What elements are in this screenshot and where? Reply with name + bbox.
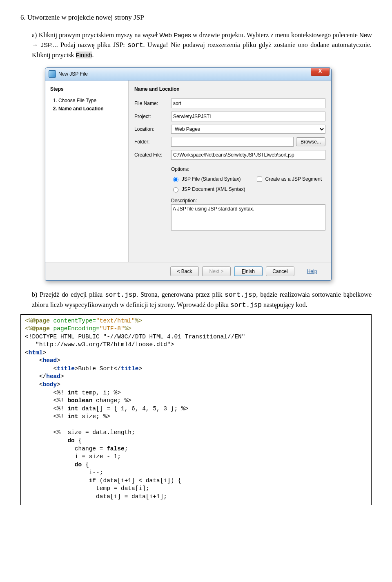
main-heading: Name and Location <box>134 85 325 93</box>
text: Kliknij prawym przyciskiem myszy na węze… <box>39 31 160 38</box>
dialog-titlebar: New JSP File X <box>45 68 331 81</box>
item-a-letter: a) <box>32 31 37 38</box>
item-b: b) Przejdź do edycji pliku sort.jsp. Str… <box>32 290 372 310</box>
main-pane: Name and Location File Name: Project: Lo… <box>129 81 331 262</box>
project-label: Project: <box>134 113 171 120</box>
created-file-input[interactable] <box>171 150 325 160</box>
options-label: Options: <box>171 166 325 173</box>
dialog-title: New JSP File <box>58 70 88 78</box>
project-input[interactable] <box>171 112 325 121</box>
section-heading: 6. Utworzenie w projekcie nowej strony J… <box>20 12 372 23</box>
back-button[interactable]: < Back <box>170 266 199 276</box>
cancel-button[interactable]: Cancel <box>266 266 294 276</box>
text: sort.jsp <box>230 302 262 309</box>
file-name-label: File Name: <box>134 100 171 107</box>
step-1: Choose File Type <box>58 97 124 104</box>
dialog-icon <box>49 70 56 78</box>
dialog-buttonbar: < Back Next > Finish Cancel Help <box>45 262 331 280</box>
location-select[interactable]: Web Pages <box>171 125 325 134</box>
close-button[interactable]: X <box>311 67 330 76</box>
checkbox-jsp-segment[interactable] <box>257 177 262 182</box>
description-label: Description: <box>171 197 325 204</box>
text: sort.jsp <box>225 291 256 299</box>
item-b-letter: b) <box>32 291 37 298</box>
text: . Strona, generowana przez plik <box>136 291 225 298</box>
text: . <box>92 51 94 58</box>
text: w drzewie projektu. Wybierz z menu konte… <box>191 31 359 38</box>
new-jsp-dialog: New JSP File X Steps Choose File Type Na… <box>45 67 332 281</box>
radio-jsp-standard-label: JSP File (Standard Syntax) <box>182 175 241 183</box>
text: następujący kod. <box>262 301 307 308</box>
text: sort <box>127 42 143 49</box>
radio-jsp-xml-label: JSP Document (XML Syntax) <box>182 186 245 193</box>
created-file-label: Created File: <box>134 151 171 159</box>
steps-heading: Steps <box>50 85 124 93</box>
description-textarea[interactable]: A JSP file using JSP standard syntax. <box>171 204 325 231</box>
radio-jsp-standard[interactable] <box>173 177 178 182</box>
file-name-input[interactable] <box>171 98 325 108</box>
next-button[interactable]: Next > <box>202 266 231 276</box>
text: sort.jsp <box>105 291 136 299</box>
radio-jsp-xml[interactable] <box>173 187 178 193</box>
step-2: Name and Location <box>58 105 124 112</box>
folder-input[interactable] <box>171 137 294 147</box>
text: Przejdź do edycji pliku <box>40 291 105 298</box>
checkbox-jsp-segment-label: Create as a JSP Segment <box>265 175 322 183</box>
finish-highlight: Finish <box>76 51 92 58</box>
location-label: Location: <box>134 125 171 133</box>
text: Web Pages <box>159 31 191 38</box>
folder-label: Folder: <box>134 138 171 146</box>
help-button[interactable]: Help <box>298 266 326 276</box>
text: . Podaj nazwę pliku JSP: <box>56 41 128 48</box>
steps-pane: Steps Choose File Type Name and Location <box>45 81 129 262</box>
item-a: a) Kliknij prawym przyciskiem myszy na w… <box>32 30 372 60</box>
finish-button[interactable]: Finish <box>234 266 263 276</box>
browse-button[interactable]: Browse... <box>296 137 325 146</box>
code-listing: <%@page contentType="text/html"%> <%@pag… <box>20 314 372 506</box>
